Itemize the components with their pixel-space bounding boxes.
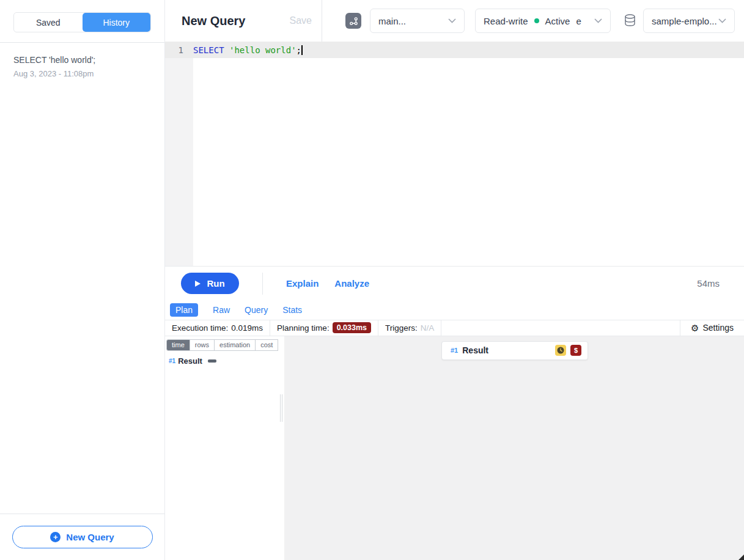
tab-plan[interactable]: Plan (170, 303, 198, 317)
clock-icon (555, 345, 566, 356)
connection-mode: Read-write (484, 16, 528, 26)
sidebar-tab-bar: Saved History (0, 0, 164, 43)
history-timestamp: Aug 3, 2023 - 11:08pm (13, 69, 151, 78)
chevron-down-icon (448, 18, 456, 23)
metric-cost[interactable]: cost (256, 340, 278, 350)
plan-node-card[interactable]: #1 Result $ (441, 341, 588, 360)
new-query-button[interactable]: + New Query (12, 526, 153, 548)
database-dropdown[interactable]: sample-emplo... (643, 9, 735, 33)
query-sidebar: Saved History SELECT 'hello world'; Aug … (0, 0, 165, 560)
editor-body[interactable] (165, 58, 744, 266)
node-index: #1 (169, 358, 175, 364)
connection-extra: e (576, 16, 581, 26)
settings-label: Settings (702, 323, 734, 333)
plan-tree-panel: time rows estimation cost #1 Result (165, 336, 278, 560)
sql-string: 'hello world' (229, 45, 296, 55)
connection-dropdown[interactable]: Read-write Active e (475, 9, 611, 33)
plan-view: time rows estimation cost #1 Result #1 (165, 336, 744, 560)
text-cursor (301, 45, 303, 55)
planning-time-stat: Planning time: 0.033ms (270, 320, 378, 336)
analyze-button[interactable]: Analyze (334, 278, 369, 289)
stats-bar: Execution time: 0.019ms Planning time: 0… (165, 320, 744, 336)
gear-icon: ⚙ (691, 323, 699, 333)
execution-time-value: 0.019ms (231, 323, 263, 333)
sql-editor[interactable]: 1 SELECT 'hello world'; (165, 42, 744, 266)
editor-gutter (165, 58, 193, 266)
save-button[interactable]: Save (290, 15, 312, 26)
status-dot-icon (534, 18, 539, 23)
metric-estimation[interactable]: estimation (215, 340, 256, 350)
run-button[interactable]: Run (181, 273, 239, 294)
connection-status: Active (545, 16, 570, 26)
node-index: #1 (451, 347, 458, 354)
database-icon (624, 14, 636, 28)
run-bar: Run Explain Analyze 54ms (165, 266, 744, 301)
history-list: SELECT 'hello world'; Aug 3, 2023 - 11:0… (0, 43, 164, 514)
tab-stats[interactable]: Stats (282, 305, 302, 315)
main-panel: New Query Save main... Read-write (165, 0, 744, 560)
chevron-down-icon (594, 18, 602, 23)
node-time-bar (208, 359, 216, 363)
divider (262, 273, 263, 295)
settings-button[interactable]: ⚙ Settings (680, 320, 744, 336)
workspace-dropdown-value: main... (378, 16, 406, 26)
editor-active-line[interactable]: 1 SELECT 'hello world'; (165, 42, 744, 58)
plan-canvas[interactable]: #1 Result $ (284, 336, 744, 560)
result-tabs: Plan Raw Query Stats (165, 301, 744, 320)
plus-icon: + (50, 532, 61, 542)
metric-rows[interactable]: rows (190, 340, 215, 350)
workspace-dropdown[interactable]: main... (370, 9, 465, 33)
query-header: New Query Save (165, 0, 322, 42)
workflow-branch-icon[interactable] (345, 13, 361, 29)
history-item[interactable]: SELECT 'hello world'; Aug 3, 2023 - 11:0… (13, 55, 151, 78)
dollar-icon: $ (570, 345, 581, 356)
page-title: New Query (182, 14, 245, 28)
execution-time-stat: Execution time: 0.019ms (165, 320, 270, 336)
sql-terminator: ; (296, 45, 301, 55)
sidebar-footer: + New Query (0, 514, 164, 560)
app-window: Saved History SELECT 'hello world'; Aug … (0, 0, 744, 560)
chevron-down-icon (718, 18, 726, 23)
tab-raw[interactable]: Raw (213, 305, 230, 315)
node-name: Result (178, 356, 202, 366)
database-dropdown-value: sample-emplo... (652, 16, 717, 26)
query-duration: 54ms (697, 278, 720, 289)
run-label: Run (207, 278, 224, 289)
resize-handle[interactable] (738, 554, 744, 560)
saved-history-toggle: Saved History (13, 12, 151, 32)
connection-toolbar: main... Read-write Active e (322, 0, 744, 42)
new-query-label: New Query (66, 532, 114, 542)
metric-toggle-group: time rows estimation cost (166, 339, 278, 351)
explain-button[interactable]: Explain (286, 278, 319, 289)
planning-time-badge: 0.033ms (333, 322, 371, 333)
node-name: Result (462, 345, 488, 355)
tab-query[interactable]: Query (245, 305, 268, 315)
triggers-value: N/A (421, 323, 435, 333)
top-bar: New Query Save main... Read-write (165, 0, 744, 42)
triggers-stat: Triggers: N/A (378, 320, 441, 336)
sql-keyword: SELECT (193, 45, 224, 55)
code-line: SELECT 'hello world'; (193, 45, 303, 55)
metric-time[interactable]: time (167, 340, 190, 350)
play-icon (195, 281, 201, 287)
tab-saved[interactable]: Saved (14, 13, 83, 32)
plan-tree-node[interactable]: #1 Result (166, 356, 278, 366)
line-number: 1 (165, 45, 193, 55)
history-query-text: SELECT 'hello world'; (13, 55, 151, 65)
node-badges: $ (555, 345, 581, 356)
tab-history[interactable]: History (83, 13, 151, 32)
panel-splitter[interactable] (278, 336, 284, 560)
drag-handle (280, 394, 282, 422)
